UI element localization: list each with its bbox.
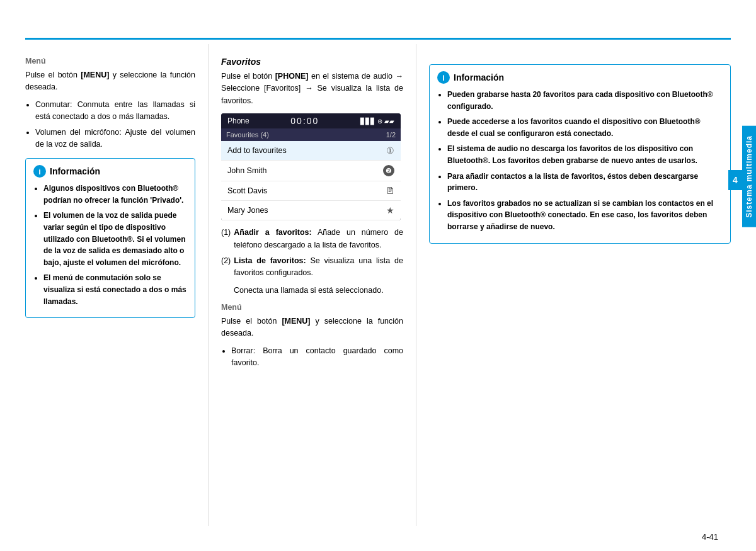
- page-number: 4-41: [702, 532, 718, 542]
- right-info-bullets: Pueden grabarse hasta 20 favoritos para …: [437, 89, 723, 233]
- phone-row-add-label: Add to favourites: [227, 146, 287, 155]
- mid-menu-bullets: Borrar: Borra un contacto guardado como …: [221, 345, 403, 370]
- left-info-box: i Información Algunos dispositivos con B…: [25, 158, 195, 318]
- phone-row-scott-icon: 🖹: [386, 186, 394, 196]
- main-content: Menú Pulse el botón [MENU] y seleccione …: [25, 44, 731, 526]
- mid-num-item-1: (1) Añadir a favoritos: Añade un número …: [221, 227, 403, 251]
- mid-extra-text: Conecta una llamada si está seleccionado…: [221, 285, 403, 297]
- phone-row-mary-name: Mary Jones: [227, 206, 268, 215]
- mid-menu-body: Pulse el botón [MENU] y seleccione la fu…: [221, 315, 403, 340]
- right-info-title: i Información: [437, 71, 723, 84]
- right-info-bullet-2: Puede accederse a los favoritos cuando e…: [447, 116, 723, 139]
- mid-menu-bold: [MENU]: [282, 317, 310, 326]
- right-info-bullet-4: Para añadir contactos a la lista de favo…: [447, 171, 723, 194]
- phone-header-text: Favourites (4): [226, 131, 269, 139]
- right-info-icon: i: [437, 71, 450, 84]
- mid-menu-heading: Menú: [221, 303, 403, 312]
- phone-row-scott-davis: Scott Davis 🖹: [221, 181, 401, 201]
- left-menu-bullets: Conmutar: Conmuta entre las llamadas si …: [25, 99, 195, 151]
- right-info-box: i Información Pueden grabarse hasta 20 f…: [429, 64, 731, 244]
- phone-row-john-name: John Smith: [227, 166, 267, 175]
- phone-header: Favourites (4) 1/2: [221, 128, 401, 141]
- wifi-icon: ⊛: [377, 118, 382, 125]
- left-bullet-1: Conmutar: Conmuta entre las llamadas si …: [35, 99, 195, 123]
- left-info-icon: i: [33, 165, 46, 178]
- column-left: Menú Pulse el botón [MENU] y seleccione …: [25, 44, 208, 526]
- phone-header-page: 1/2: [386, 131, 396, 139]
- phone-row-mary-icon: ★: [386, 205, 394, 215]
- left-info-bullets: Algunos dispositivos con Bluetooth® podr…: [33, 183, 187, 307]
- mid-intro-text: Pulse el botón [PHONE] en el sistema de …: [221, 71, 403, 107]
- phone-row-scott-name: Scott Davis: [227, 186, 267, 195]
- phone-status-icons: ▊▊▊ ⊛ ▰▰: [360, 118, 394, 125]
- mid-numbered-list: (1) Añadir a favoritos: Añade un número …: [221, 227, 403, 280]
- phone-row-john-smith: John Smith ❷: [221, 161, 401, 181]
- right-info-bullet-3: El sistema de audio no descarga los favo…: [447, 143, 723, 166]
- battery-icon: ▰▰: [384, 118, 394, 125]
- left-info-title: i Información: [33, 165, 187, 178]
- mid-num-text-2: Lista de favoritos: Se visualiza una lis…: [234, 255, 403, 280]
- left-menu-body: Pulse el botón [MENU] y seleccione la fu…: [25, 69, 195, 94]
- phone-status-bar: Phone 00:00 ▊▊▊ ⊛ ▰▰: [221, 113, 401, 128]
- column-middle: Favoritos Pulse el botón [PHONE] en el s…: [208, 44, 416, 526]
- phone-time: 00:00: [290, 116, 319, 126]
- phone-row-add-favourites: Add to favourites ①: [221, 141, 401, 161]
- left-menu-heading: Menú: [25, 57, 195, 65]
- chapter-number: 4: [728, 170, 742, 190]
- mid-phone-bold: [PHONE]: [275, 72, 309, 81]
- right-info-bullet-1: Pueden grabarse hasta 20 favoritos para …: [447, 89, 723, 112]
- phone-row-mary-jones: Mary Jones ★: [221, 201, 401, 220]
- right-info-bullet-5: Los favoritos grabados no se actualizan …: [447, 198, 723, 233]
- mid-num-item-2: (2) Lista de favoritos: Se visualiza una…: [221, 255, 403, 280]
- mid-menu-bullet-1: Borrar: Borra un contacto guardado como …: [231, 345, 403, 370]
- top-decorative-line: [25, 38, 731, 40]
- left-info-bullet-3: El menú de conmutación solo se visualiza…: [43, 272, 187, 307]
- phone-screen-mockup: Phone 00:00 ▊▊▊ ⊛ ▰▰ Favourites (4) 1/2 …: [221, 113, 401, 220]
- left-menu-bold: [MENU]: [81, 71, 109, 79]
- mid-num-label-1: (1): [221, 227, 231, 251]
- phone-row-john-icon: ❷: [383, 165, 394, 176]
- mid-num-text-1: Añadir a favoritos: Añade un número de t…: [234, 227, 403, 251]
- column-right: i Información Pueden grabarse hasta 20 f…: [416, 44, 731, 526]
- mid-section-heading: Favoritos: [221, 57, 403, 67]
- left-info-bullet-2: El volumen de la voz de salida puede var…: [43, 210, 187, 268]
- signal-icon: ▊▊▊: [360, 118, 375, 125]
- phone-app-name: Phone: [227, 116, 249, 125]
- side-tab: Sistema multimedia: [742, 126, 756, 227]
- left-info-bullet-1: Algunos dispositivos con Bluetooth® podr…: [43, 183, 187, 206]
- phone-row-add-icon: ①: [386, 145, 394, 156]
- mid-num-label-2: (2): [221, 255, 231, 280]
- left-bullet-2: Volumen del micrófono: Ajuste del volume…: [35, 127, 195, 151]
